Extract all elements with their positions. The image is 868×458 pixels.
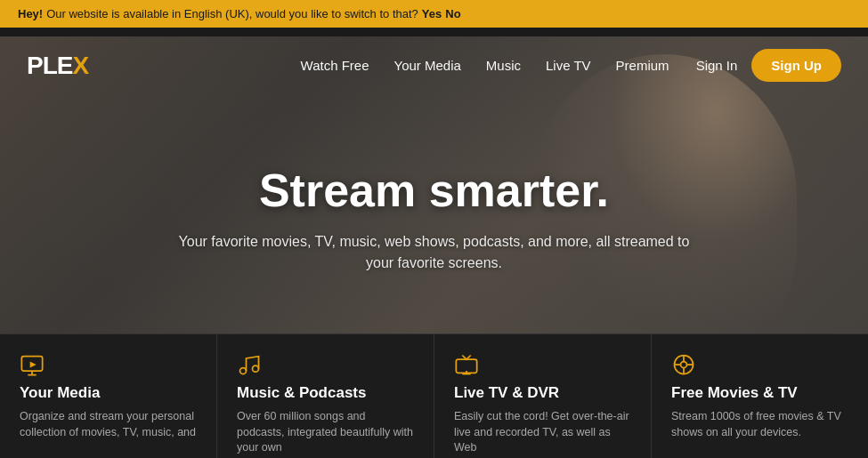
feature-your-media: Your Media Organize and stream your pers… [0, 334, 217, 458]
signin-button[interactable]: Sign In [696, 58, 738, 73]
feature-live-tv-dvr-desc: Easily cut the cord! Get over-the-air li… [454, 409, 631, 456]
feature-live-tv-dvr: Live TV & DVR Easily cut the cord! Get o… [434, 334, 652, 458]
logo-text: PLE [27, 52, 72, 80]
svg-marker-1 [30, 362, 37, 368]
feature-your-media-title: Your Media [20, 384, 197, 402]
announcement-no[interactable]: No [445, 7, 460, 20]
nav-premium[interactable]: Premium [616, 58, 669, 73]
signup-button[interactable]: Sign Up [751, 49, 841, 82]
feature-free-movies: Free Movies & TV Stream 1000s of free mo… [652, 334, 868, 458]
svg-point-3 [253, 366, 259, 372]
nav-live-tv[interactable]: Live TV [546, 58, 591, 73]
logo-x: X [72, 52, 88, 80]
feature-your-media-desc: Organize and stream your personal collec… [20, 409, 197, 440]
nav-music[interactable]: Music [486, 58, 521, 73]
movies-icon [671, 352, 696, 377]
announcement-bar: Hey! Our website is available in English… [0, 0, 868, 28]
hero-subtitle: Your favorite movies, TV, music, web sho… [167, 231, 702, 274]
svg-point-8 [681, 362, 687, 368]
feature-music-podcasts-desc: Over 60 million songs and podcasts, inte… [237, 409, 414, 456]
feature-music-podcasts: Music & Podcasts Over 60 million songs a… [217, 334, 434, 458]
feature-free-movies-desc: Stream 1000s of free movies & TV shows o… [671, 409, 848, 440]
nav-watch-free[interactable]: Watch Free [301, 58, 369, 73]
announcement-message: Our website is available in English (UK)… [46, 7, 418, 20]
hero-title: Stream smarter. [259, 164, 609, 217]
features-section: Your Media Organize and stream your pers… [0, 333, 868, 458]
feature-free-movies-title: Free Movies & TV [671, 384, 848, 402]
svg-point-2 [240, 368, 247, 374]
announcement-yes[interactable]: Yes [422, 7, 442, 20]
screen-icon [20, 352, 45, 377]
feature-music-podcasts-title: Music & Podcasts [237, 384, 414, 402]
nav-your-media[interactable]: Your Media [394, 58, 461, 73]
announcement-hey: Hey! [18, 7, 43, 20]
auth-buttons: Sign In Sign Up [696, 49, 841, 82]
music-icon [237, 352, 262, 377]
header: PLEX Watch Free Your Media Music Live TV… [0, 36, 868, 94]
feature-live-tv-dvr-title: Live TV & DVR [454, 384, 631, 402]
logo[interactable]: PLEX [27, 52, 88, 80]
main-nav: Watch Free Your Media Music Live TV Prem… [301, 58, 669, 73]
tv-icon [454, 352, 479, 377]
